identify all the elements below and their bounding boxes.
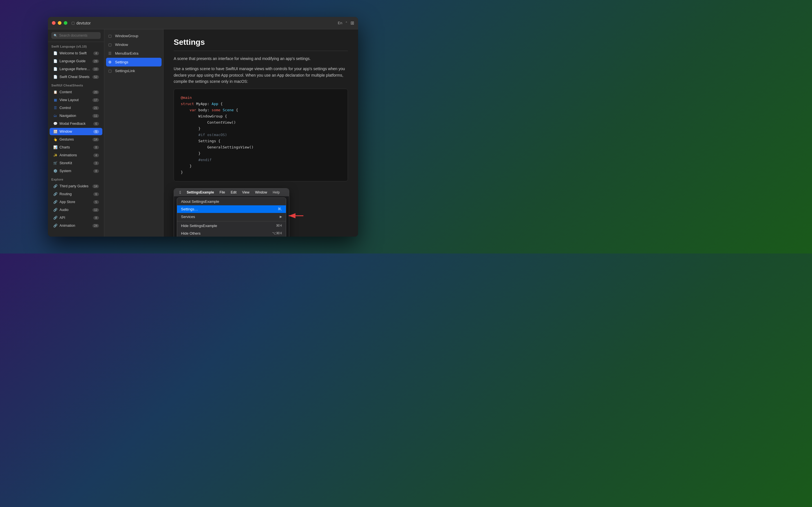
- charts-icon: 📊: [53, 145, 57, 150]
- arrow-svg: [287, 210, 306, 221]
- main-content: 🔍 Swift Language (v5.10) 📄 Welcome to Sw…: [48, 29, 358, 237]
- menu-bar:  SettingsExample File Edit View Window …: [174, 188, 289, 196]
- sidebar-item-navigation[interactable]: 🗂 Navigation 11: [50, 112, 102, 119]
- code-line-5: ContentView(): [181, 119, 341, 126]
- menu-bar-help[interactable]: Help: [270, 188, 283, 196]
- code-line-4: WindowGroup {: [181, 113, 341, 119]
- view-layout-icon: ▦: [53, 98, 57, 102]
- sidebar-item-content[interactable]: 📋 Content 20: [50, 89, 102, 96]
- sidebar-item-api[interactable]: 🔗 API 8: [50, 214, 102, 221]
- search-input[interactable]: [59, 34, 98, 38]
- dropdown-menu: About SettingsExample Settings… ⌘, Servi…: [177, 198, 286, 237]
- sidebar-item-welcome-to-swift[interactable]: 📄 Welcome to Swift 4: [50, 50, 102, 57]
- menu-screenshot:  SettingsExample File Edit View Window …: [174, 188, 289, 237]
- code-block: @main struct MyApp: App { var body: some…: [174, 89, 348, 181]
- menu-screenshot-wrap:  SettingsExample File Edit View Window …: [174, 188, 289, 237]
- menu-bar-view[interactable]: View: [239, 188, 252, 196]
- sidebar-item-routing[interactable]: 🔗 Routing 6: [50, 190, 102, 198]
- close-button[interactable]: [52, 21, 56, 25]
- middle-item-settings-link[interactable]: ▢ SettingsLink: [104, 66, 163, 75]
- doc-icon: 📄: [53, 75, 57, 79]
- middle-item-menu-bar-extra[interactable]: ☰ MenuBarExtra: [104, 49, 163, 58]
- menu-item-hide[interactable]: Hide SettingsExample ⌘H: [177, 222, 286, 230]
- sidebar: 🔍 Swift Language (v5.10) 📄 Welcome to Sw…: [48, 29, 104, 237]
- code-line-8: Settings {: [181, 138, 341, 144]
- routing-icon: 🔗: [53, 192, 57, 196]
- sidebar-item-animation[interactable]: 🔗 Animation 24: [50, 222, 102, 229]
- settings-link-icon: ▢: [108, 69, 113, 73]
- sidebar-item-window[interactable]: 🪟 Window 5: [50, 128, 102, 135]
- menu-bar-window[interactable]: Window: [252, 188, 270, 196]
- red-arrow: [287, 210, 306, 223]
- services-label: Services: [181, 215, 195, 219]
- menu-bar-file[interactable]: File: [217, 188, 228, 196]
- sidebar-item-control[interactable]: ☰ Control 21: [50, 104, 102, 112]
- sidebar-item-third-party-guides[interactable]: 🔗 Third party Guides 14: [50, 182, 102, 190]
- language-selector[interactable]: En: [338, 21, 342, 25]
- sidebar-item-modal-feedback[interactable]: 💬 Modal Feedback 6: [50, 120, 102, 127]
- sidebar-item-view-layout[interactable]: ▦ View Layout 17: [50, 96, 102, 104]
- search-bar: 🔍: [48, 29, 104, 42]
- menu-item-services[interactable]: Services ▶: [177, 213, 286, 221]
- app-window: ▢ devtutor En ⌃ ⊞ 🔍 Swift Language (v5.1…: [48, 17, 358, 237]
- gestures-icon: 👆: [53, 137, 57, 142]
- doc-icon: 📄: [53, 59, 57, 63]
- grid-icon[interactable]: ⊞: [350, 20, 354, 25]
- window-group-icon: ▢: [108, 34, 113, 38]
- doc-icon: 📄: [53, 67, 57, 71]
- middle-item-settings[interactable]: ⚙ Settings: [106, 58, 161, 66]
- section-swiftui-cheatsheets-label: SwiftUI CheatSheets: [48, 81, 104, 88]
- code-line-3: var body: some Scene {: [181, 107, 341, 113]
- sidebar-item-audio[interactable]: 🔗 Audio 12: [50, 206, 102, 214]
- middle-item-window[interactable]: ▢ Window: [104, 40, 163, 49]
- code-line-6: }: [181, 126, 341, 132]
- menu-item-hide-others[interactable]: Hide Others ⌥⌘H: [177, 230, 286, 237]
- code-line-12: }: [181, 163, 341, 169]
- sidebar-item-storekit[interactable]: 🛒 StoreKit 3: [50, 159, 102, 167]
- settings-label: Settings…: [181, 207, 198, 211]
- sidebar-item-language-reference[interactable]: 📄 Language Refere… 10: [50, 65, 102, 73]
- appstore-icon: 🔗: [53, 200, 57, 204]
- modal-icon: 💬: [53, 121, 57, 126]
- animation-icon: 🔗: [53, 223, 57, 228]
- middle-item-window-group[interactable]: ▢ WindowGroup: [104, 32, 163, 40]
- menubar-icon: ☰: [108, 51, 113, 55]
- apple-icon: : [177, 190, 184, 194]
- section-explore-label: Explore: [48, 175, 104, 182]
- api-icon: 🔗: [53, 216, 57, 220]
- section-swift-language-label: Swift Language (v5.10): [48, 42, 104, 49]
- sidebar-item-gestures[interactable]: 👆 Gestures 14: [50, 136, 102, 143]
- sidebar-item-system[interactable]: ⚙️ System 8: [50, 167, 102, 175]
- content-desc-2: Use a settings scene to have SwiftUI man…: [174, 66, 348, 84]
- content-icon: 📋: [53, 90, 57, 94]
- code-line-9: GeneralSettingsView(): [181, 144, 341, 151]
- minimize-button[interactable]: [58, 21, 61, 25]
- content-pane: Settings A scene that presents an interf…: [163, 29, 358, 237]
- storekit-icon: 🛒: [53, 161, 57, 165]
- window-icon2: ▢: [108, 43, 113, 47]
- code-line-10: }: [181, 151, 341, 157]
- doc-icon: 📄: [53, 51, 57, 55]
- sidebar-item-charts[interactable]: 📊 Charts 8: [50, 144, 102, 151]
- menu-item-settings[interactable]: Settings… ⌘,: [177, 205, 286, 213]
- menu-bar-edit[interactable]: Edit: [228, 188, 239, 196]
- sidebar-item-app-store[interactable]: 🔗 App Store 5: [50, 198, 102, 206]
- sidebar-item-animations[interactable]: ✨ Animations 4: [50, 152, 102, 159]
- search-input-wrap[interactable]: 🔍: [51, 32, 101, 39]
- search-icon: 🔍: [54, 34, 57, 38]
- submenu-arrow-icon: ▶: [280, 215, 282, 219]
- menu-bar-app-name[interactable]: SettingsExample: [184, 188, 217, 196]
- sidebar-item-swift-cheat-sheets[interactable]: 📄 Swift Cheat Sheets 52: [50, 73, 102, 80]
- code-line-1: @main: [181, 95, 341, 101]
- fullscreen-button[interactable]: [64, 21, 67, 25]
- menu-item-about[interactable]: About SettingsExample: [177, 198, 286, 205]
- control-icon: ☰: [53, 106, 57, 110]
- system-icon: ⚙️: [53, 169, 57, 173]
- code-line-13: }: [181, 169, 341, 175]
- code-line-7: #if os(macOS): [181, 132, 341, 138]
- about-label: About SettingsExample: [181, 200, 219, 204]
- sidebar-item-language-guide[interactable]: 📄 Language Guide 29: [50, 57, 102, 65]
- menu-divider-1: [177, 221, 286, 221]
- window-sidebar-icon: 🪟: [53, 129, 57, 134]
- window-icon: ▢: [71, 21, 75, 25]
